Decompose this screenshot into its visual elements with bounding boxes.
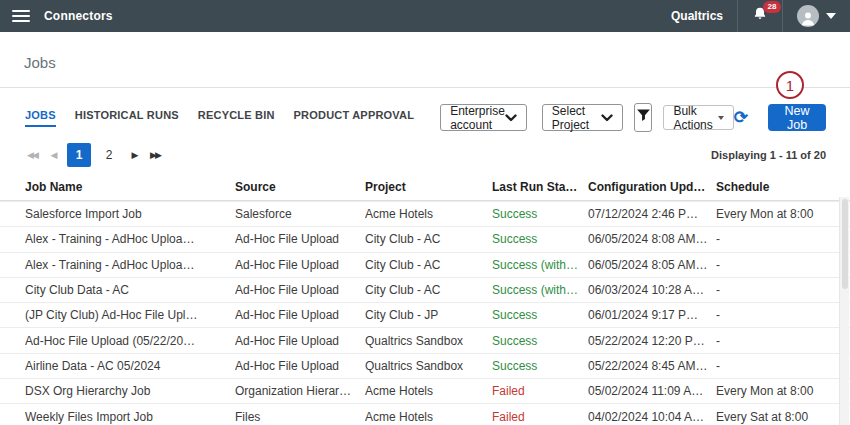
project-cell: Acme Hotels bbox=[365, 410, 492, 424]
project-cell: Acme Hotels bbox=[365, 384, 492, 398]
first-page-button[interactable]: ◀◀ bbox=[25, 150, 39, 160]
notifications-button[interactable]: 28 bbox=[752, 6, 768, 26]
notification-count-badge: 28 bbox=[763, 1, 781, 13]
column-header-source[interactable]: Source bbox=[235, 180, 365, 194]
displaying-count: Displaying 1 - 11 of 20 bbox=[711, 149, 826, 161]
job-name-cell: Alex - Training - AdHoc Upload - 2 bbox=[25, 232, 207, 246]
table-row[interactable]: Salesforce Import JobSalesforceAcme Hote… bbox=[0, 201, 850, 226]
hamburger-menu-icon[interactable] bbox=[12, 10, 30, 22]
jobs-table: Job Name Source Project Last Run Status … bbox=[0, 174, 850, 425]
status-cell: Success (with Skipp... bbox=[492, 258, 588, 272]
table-row[interactable]: Ad-Hoc File Upload (05/22/2024 2:19 PM .… bbox=[0, 327, 850, 352]
schedule-cell: Every Sat at 8:00 bbox=[716, 410, 838, 424]
tab-historical-runs[interactable]: HISTORICAL RUNS bbox=[75, 109, 179, 127]
app-title: Connectors bbox=[44, 9, 113, 23]
project-cell: City Club - JP bbox=[365, 308, 492, 322]
chevron-down-icon bbox=[826, 13, 836, 19]
status-cell: Success bbox=[492, 308, 588, 322]
scrollbar-thumb[interactable] bbox=[842, 199, 848, 289]
source-cell: Ad-Hoc File Upload bbox=[235, 334, 365, 348]
refresh-icon[interactable]: ⟳ bbox=[734, 109, 748, 126]
project-cell: City Club - AC bbox=[365, 283, 492, 297]
project-dropdown-value: Select Project bbox=[552, 104, 602, 132]
table-row[interactable]: Alex - Training - AdHoc Upload - 2Ad-Hoc… bbox=[0, 226, 850, 251]
annotation-step-1: 1 bbox=[776, 71, 804, 99]
page-numbers: 12 bbox=[67, 143, 127, 167]
schedule-cell: Every Mon at 8:00 bbox=[716, 384, 838, 398]
source-cell: Organization Hierarchy bbox=[235, 384, 365, 398]
schedule-cell: - bbox=[716, 359, 838, 373]
job-name-cell: Weekly Files Import Job bbox=[25, 410, 207, 424]
source-cell: Files bbox=[235, 410, 365, 424]
column-header-project[interactable]: Project bbox=[365, 180, 492, 194]
pagination: ◀◀ ◀ 12 ▶ ▶▶ Displaying 1 - 11 of 20 bbox=[0, 132, 850, 167]
bulk-actions-label: Bulk Actions bbox=[673, 104, 712, 132]
brand-link[interactable]: Qualtrics bbox=[671, 9, 723, 23]
job-name-cell: City Club Data - AC bbox=[25, 283, 207, 297]
page-number-2[interactable]: 2 bbox=[97, 143, 121, 167]
tab-recycle-bin[interactable]: RECYCLE BIN bbox=[198, 109, 275, 127]
tab-jobs[interactable]: JOBS bbox=[25, 109, 56, 127]
schedule-cell: - bbox=[716, 283, 838, 297]
updated-cell: 06/01/2024 9:17 PM (UTC-0... bbox=[588, 308, 716, 322]
account-menu[interactable] bbox=[782, 0, 850, 32]
job-name-cell: Airline Data - AC 05/2024 bbox=[25, 359, 207, 373]
schedule-cell: - bbox=[716, 232, 838, 246]
updated-cell: 06/05/2024 8:05 AM (UTC-0... bbox=[588, 258, 716, 272]
account-dropdown[interactable]: Enterprise account bbox=[440, 104, 527, 131]
project-cell: Acme Hotels bbox=[365, 207, 492, 221]
project-cell: City Club - AC bbox=[365, 232, 492, 246]
status-cell: Failed bbox=[492, 384, 588, 398]
table-row[interactable]: DSX Org Hierarchy JobOrganization Hierar… bbox=[0, 378, 850, 403]
chevron-down-icon bbox=[505, 114, 517, 122]
prev-page-button[interactable]: ◀ bbox=[46, 150, 60, 160]
jobs-toolbar: JOBSHISTORICAL RUNSRECYCLE BINPRODUCT AP… bbox=[0, 88, 850, 132]
caret-down-icon bbox=[718, 116, 724, 120]
source-cell: Ad-Hoc File Upload bbox=[235, 232, 365, 246]
avatar bbox=[797, 5, 819, 27]
status-cell: Failed bbox=[492, 410, 588, 424]
page-number-1[interactable]: 1 bbox=[67, 143, 91, 167]
table-row[interactable]: (JP City Club) Ad-Hoc File Upload (06/01… bbox=[0, 302, 850, 327]
column-header-last-run-status[interactable]: Last Run Status bbox=[492, 180, 588, 194]
column-header-configuration-updated[interactable]: Configuration Updated▼ bbox=[588, 180, 716, 194]
job-name-cell: Ad-Hoc File Upload (05/22/2024 2:19 PM .… bbox=[25, 334, 207, 348]
bell-icon bbox=[752, 12, 768, 26]
status-cell: Success bbox=[492, 207, 588, 221]
source-cell: Salesforce bbox=[235, 207, 365, 221]
tab-product-approval[interactable]: PRODUCT APPROVAL bbox=[294, 109, 415, 127]
status-cell: Success bbox=[492, 232, 588, 246]
source-cell: Ad-Hoc File Upload bbox=[235, 308, 365, 322]
new-job-button[interactable]: New Job bbox=[768, 104, 826, 131]
schedule-cell: - bbox=[716, 334, 838, 348]
updated-cell: 05/22/2024 12:20 PM (UTC-... bbox=[588, 334, 716, 348]
account-dropdown-value: Enterprise account bbox=[450, 104, 505, 132]
status-cell: Success bbox=[492, 359, 588, 373]
column-header-schedule[interactable]: Schedule bbox=[716, 180, 838, 194]
table-row[interactable]: City Club Data - ACAd-Hoc File UploadCit… bbox=[0, 277, 850, 302]
schedule-cell: - bbox=[716, 308, 838, 322]
updated-cell: 04/02/2024 10:04 AM (UTC-... bbox=[588, 410, 716, 424]
table-row[interactable]: Alex - Training - AdHoc Upload - 1Ad-Hoc… bbox=[0, 252, 850, 277]
next-page-button[interactable]: ▶ bbox=[127, 150, 141, 160]
project-dropdown[interactable]: Select Project bbox=[542, 104, 624, 131]
last-page-button[interactable]: ▶▶ bbox=[148, 150, 162, 160]
status-cell: Success bbox=[492, 334, 588, 348]
job-name-cell: Alex - Training - AdHoc Upload - 1 bbox=[25, 258, 207, 272]
updated-cell: 05/02/2024 11:09 AM (UTC-... bbox=[588, 384, 716, 398]
filter-button[interactable] bbox=[634, 103, 652, 132]
schedule-cell: Every Mon at 8:00 bbox=[716, 207, 838, 221]
column-header-job-name[interactable]: Job Name bbox=[25, 180, 207, 194]
project-cell: Qualtrics Sandbox bbox=[365, 359, 492, 373]
updated-cell: 07/12/2024 2:46 PM (UTC-0... bbox=[588, 207, 716, 221]
job-name-cell: Salesforce Import Job bbox=[25, 207, 207, 221]
table-row[interactable]: Airline Data - AC 05/2024Ad-Hoc File Upl… bbox=[0, 353, 850, 378]
table-row[interactable]: Weekly Files Import JobFilesAcme HotelsF… bbox=[0, 403, 850, 425]
vertical-scrollbar[interactable] bbox=[839, 197, 849, 425]
bulk-actions-button[interactable]: Bulk Actions bbox=[663, 105, 733, 130]
updated-cell: 06/05/2024 8:08 AM (UTC-0... bbox=[588, 232, 716, 246]
filter-funnel-icon bbox=[636, 108, 651, 127]
top-nav-bar: Connectors Qualtrics 28 bbox=[0, 0, 850, 32]
job-name-cell: (JP City Club) Ad-Hoc File Upload (06/01… bbox=[25, 308, 207, 322]
tab-bar: JOBSHISTORICAL RUNSRECYCLE BINPRODUCT AP… bbox=[25, 109, 414, 127]
